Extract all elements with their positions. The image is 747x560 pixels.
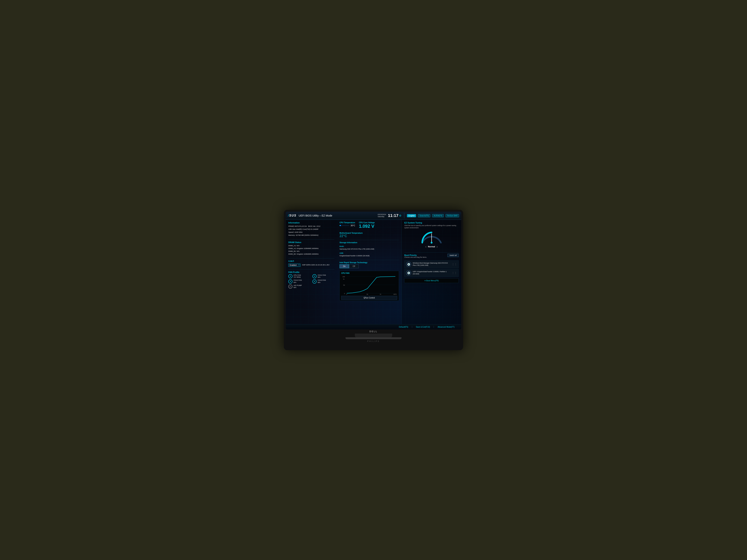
xmp-info: XMP DDR4-3200 16-20-20-39-1.35V xyxy=(302,264,329,266)
temp-voltage-row: CPU Temperature 30°C CPU Core Voltage 1.… xyxy=(339,221,399,230)
fan-chart-title: CPU FAN xyxy=(341,272,397,274)
mb-model: PRIME H670-PLUS D4 xyxy=(288,225,307,227)
irst-toggle-row: On Off xyxy=(339,264,399,268)
boot-priority-section: Boot Priority Choose one and drag the it… xyxy=(404,254,459,283)
speed-info: Speed: 4100 MHz xyxy=(288,231,334,234)
day-label: Saturday xyxy=(378,216,386,218)
boot-item-2[interactable]: 💿 UEFI: KingstonDataTraveler 3.00000, Pa… xyxy=(404,269,459,277)
svg-text:°C: °C xyxy=(395,294,397,295)
dram-section: DRAM Status DIMM_A1: N/A DIMM_A2: Kingst… xyxy=(288,241,334,256)
aio-pump-label: AIO PUMP N/A xyxy=(293,285,302,289)
boot-priority-sub: Choose one and drag the items. xyxy=(404,256,427,258)
default-btn[interactable]: Default(F5) xyxy=(395,326,412,328)
monitor-stand xyxy=(355,334,392,337)
boot-item-1[interactable]: 💿 Windows Boot Manager (Samsung SSD 970 … xyxy=(404,260,459,268)
speedo-prev-arrow[interactable]: ‹ xyxy=(426,245,427,249)
usb-value: KingstonDataTraveler 3.00000 (30.9GB) xyxy=(339,255,399,257)
ez-tuning-section: EZ System Tuning Click the icon to speci… xyxy=(404,221,459,250)
fan-section: FAN Profile ✦ CPU FAN 727 RPM ✦ xyxy=(288,271,334,289)
language-btn[interactable]: English xyxy=(407,214,416,217)
switch-all-btn[interactable]: Switch all xyxy=(447,254,459,257)
irst-section: Intel Rapid Storage Technology On Off xyxy=(339,262,399,268)
xmp-select[interactable]: Enabled Disabled xyxy=(288,264,301,267)
right-column: EZ System Tuning Click the icon to speci… xyxy=(402,220,461,324)
cha2-fan-label: CHA2 FAN N/A xyxy=(293,279,302,284)
boot-item-1-handle[interactable]: ⋮⋮ xyxy=(452,263,457,266)
mb-temp-value: 22°C xyxy=(339,234,399,238)
svg-text:50: 50 xyxy=(343,284,345,286)
speedo-svg xyxy=(420,231,443,244)
speedo-mode-label: Normal xyxy=(428,245,435,248)
advanced-mode-btn-label: Advanced Mode(F7) xyxy=(438,326,455,328)
raid-value: Samsung SSD 970 EVO Plus 1TB (1000.2GB) xyxy=(339,248,399,250)
resize-bar-btn[interactable]: ReSize BAR xyxy=(445,214,459,217)
xmp-row: Enabled Disabled XMP DDR4-3200 16-20-20-… xyxy=(288,263,334,267)
aio-pump-value: N/A xyxy=(293,287,302,289)
storage-title: Storage Information xyxy=(339,242,399,244)
divider-xmp-fan xyxy=(288,269,334,270)
left-column: Information PRIME H670-PLUS D4 BIOS Ver.… xyxy=(286,220,337,324)
mb-temp-block: Motherboard Temperature 22°C xyxy=(339,232,399,238)
divider-dram-xmp xyxy=(288,258,334,259)
divider-info-dram xyxy=(288,239,334,240)
cpu-voltage-block: CPU Core Voltage 1.092 V xyxy=(359,221,375,229)
search-btn[interactable]: Search(F9) xyxy=(418,214,430,217)
speedo-next-arrow[interactable]: › xyxy=(436,245,438,249)
date-label: 03/23/2024 xyxy=(378,214,386,216)
xmp-title: X.M.P. xyxy=(288,260,334,262)
cpu-fan-label: CPU FAN 727 RPM xyxy=(293,274,301,278)
irst-on-btn[interactable]: On xyxy=(339,264,349,268)
dimm-b1: DIMM_B1: N/A xyxy=(288,250,334,253)
temp-bar-fill xyxy=(339,225,341,226)
settings-icon[interactable]: ⚙ xyxy=(399,214,402,217)
ez-tuning-title: EZ System Tuning xyxy=(404,221,459,224)
storage-section: Storage Information RAID: Samsung SSD 97… xyxy=(339,242,399,257)
monitor-brand: DELL xyxy=(286,329,461,334)
datetime-block: 03/23/2024 Saturday xyxy=(378,214,386,218)
save-exit-btn[interactable]: Save & Exit(F10) xyxy=(412,326,434,328)
cha2-fan-item: ✦ CHA2 FAN N/A xyxy=(288,279,310,284)
aio-pump-icon: ⊙ xyxy=(288,285,292,289)
cha3-fan-icon: ✦ xyxy=(312,279,316,284)
default-btn-label: Default(F5) xyxy=(399,326,408,328)
dimm-a1: DIMM_A1: N/A xyxy=(288,244,334,247)
cpu-voltage-value: 1.092 V xyxy=(359,223,375,229)
boot-priority-title: Boot Priority xyxy=(404,254,427,256)
raid-label: RAID: xyxy=(339,245,344,247)
svg-text:0: 0 xyxy=(346,294,347,295)
header-bar: /SUS UEFI BIOS Utility – EZ Mode 03/23/2… xyxy=(286,212,461,220)
boot-priority-header: Boot Priority Choose one and drag the it… xyxy=(404,254,459,259)
advanced-mode-btn[interactable]: Advanced Mode(F7) xyxy=(434,326,458,328)
cpu-temp-block: CPU Temperature 30°C xyxy=(339,221,355,228)
chart-y-label: % xyxy=(343,278,344,280)
cpu-fan-item: ✦ CPU FAN 727 RPM xyxy=(288,274,310,278)
aio-pump-item: ⊙ AIO PUMP N/A xyxy=(288,285,310,289)
chart-area: % 100 50 0 0 50 xyxy=(341,274,397,295)
temp-bar-wrap: 30°C xyxy=(339,224,355,226)
bios-ver: BIOS Ver. 2212 xyxy=(308,225,320,227)
svg-text:50: 50 xyxy=(367,294,368,295)
cha3-fan-value: N/A xyxy=(318,282,326,284)
boot-item-2-handle[interactable]: ⋮⋮ xyxy=(452,271,457,274)
cha1-fan-item: ✦ CHA1 FAN N/A xyxy=(312,274,334,278)
aura-btn[interactable]: AURA(F4) xyxy=(432,214,444,217)
motherboard-info: PRIME H670-PLUS D4 BIOS Ver. 2212 xyxy=(288,225,334,228)
cpu-fan-rpm: 727 RPM xyxy=(293,276,301,278)
cha1-fan-label: CHA1 FAN N/A xyxy=(318,274,326,278)
cha2-fan-name: CHA2 FAN xyxy=(293,279,302,282)
fan-chart-svg: 100 50 0 0 50 70 100 °C xyxy=(341,274,397,295)
fan-grid: ✦ CPU FAN 727 RPM ✦ CHA1 FAN N/A xyxy=(288,274,334,289)
cpu-fan-icon: ✦ xyxy=(288,274,292,278)
xmp-select-wrap[interactable]: Enabled Disabled xyxy=(288,263,301,267)
mb-temp-label: Motherboard Temperature xyxy=(339,232,399,234)
boot-disk-icon-2: 💿 xyxy=(406,270,411,275)
boot-menu-btn[interactable]: ✳ Boot Menu(F8) xyxy=(404,278,459,283)
bottom-bar: Default(F5) Save & Exit(F10) Advanced Mo… xyxy=(286,324,461,329)
cha3-fan-name: CHA3 FAN xyxy=(318,279,326,282)
qfan-control-btn[interactable]: QFan Control xyxy=(341,296,397,300)
cha1-fan-icon: ✦ xyxy=(312,274,316,278)
main-content: Information PRIME H670-PLUS D4 BIOS Ver.… xyxy=(286,220,461,324)
irst-off-btn[interactable]: Off xyxy=(349,264,359,268)
temp-bar xyxy=(339,225,350,226)
monitor-base xyxy=(345,337,402,339)
